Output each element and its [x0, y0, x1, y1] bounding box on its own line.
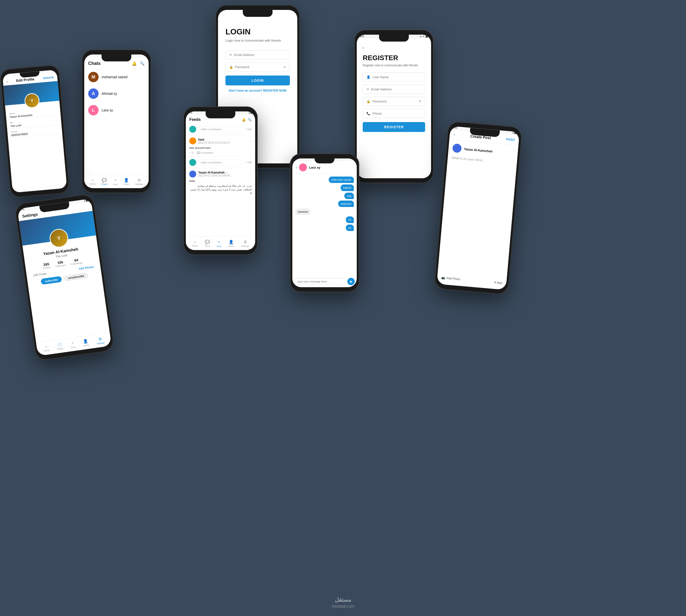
- nav-users[interactable]: 👤 Users: [228, 240, 234, 247]
- verified-badge: ✓: [226, 171, 228, 174]
- users-icon: 👤: [229, 240, 234, 244]
- write-comment-bar-2: write a comment... ♡ Like: [186, 157, 255, 168]
- register-now-link[interactable]: REGISTER NOW: [263, 89, 286, 92]
- back-arrow-icon[interactable]: ‹: [363, 46, 425, 50]
- tags-info: 8 tags: [494, 281, 503, 285]
- email-icon: ✉: [229, 53, 232, 57]
- post-text-hani: new account hani: [189, 146, 252, 150]
- more-icon[interactable]: ···: [249, 139, 252, 143]
- password-register-input[interactable]: [372, 100, 416, 103]
- nav-settings-label: Settings: [135, 183, 144, 185]
- email-field[interactable]: ✉: [226, 50, 290, 60]
- phone-conversation: ‹ Lara sy hello from yazan legend nsg we…: [290, 154, 359, 292]
- user-name-yazan: Yazan Al-Kamsheh: [198, 171, 225, 174]
- notch: [206, 111, 235, 118]
- chats-title: Chats: [88, 61, 101, 66]
- back-arrow-icon[interactable]: ‹: [296, 165, 297, 170]
- feeds-screen: 9:11 ▲⬛ Feeds 🔔 🔍 write a comment... ♡ L…: [186, 111, 255, 250]
- add-photo-button[interactable]: 📷 Add Photo: [441, 276, 460, 281]
- username-input[interactable]: [372, 75, 422, 79]
- chat-item-lara[interactable]: L Lara sy: [84, 102, 149, 118]
- register-link: Don't have an account? REGISTER NOW: [226, 89, 290, 92]
- nav-home[interactable]: ⌂ Home: [192, 240, 198, 247]
- comment-input-2[interactable]: write a comment...: [198, 159, 242, 166]
- nav-home-label: Home: [44, 349, 50, 352]
- send-button[interactable]: ▶: [347, 278, 355, 285]
- nav-users-label: Users: [123, 183, 129, 185]
- nav-home-label: Home: [90, 183, 95, 185]
- nav-settings[interactable]: ⚙ Settings: [135, 178, 144, 185]
- eye-icon[interactable]: 👁: [283, 65, 286, 69]
- nav-post[interactable]: ＋ Post: [70, 340, 76, 349]
- nav-chat-label: Chat: [205, 245, 210, 247]
- phone-settings: 9:11 ▲⬛ Settings Y Yazan Al-Kamsheh The …: [14, 193, 115, 361]
- nav-post[interactable]: ＋ Post: [217, 239, 221, 248]
- register-button[interactable]: REGISTER: [363, 122, 425, 132]
- back-arrow-icon[interactable]: ‹: [6, 80, 8, 84]
- password-input[interactable]: [235, 65, 281, 69]
- nav-home[interactable]: ⌂ Home: [90, 178, 95, 185]
- watermark-url: mostaql.com: [332, 604, 354, 609]
- username-field[interactable]: 👤: [363, 72, 425, 82]
- notch: [102, 54, 131, 61]
- email-input[interactable]: [234, 53, 286, 57]
- nav-home[interactable]: ⌂ Home: [43, 344, 50, 352]
- nav-settings[interactable]: ⚙ Settings: [241, 240, 249, 247]
- nav-feeds[interactable]: 📄 Feeds: [57, 342, 64, 350]
- update-button[interactable]: UPDATE: [43, 76, 54, 80]
- more-icon-2[interactable]: ···: [249, 172, 252, 176]
- nav-settings-label: Settings: [97, 341, 105, 345]
- posts-info: 100 Posts: [33, 271, 47, 277]
- search-icon[interactable]: 🔍: [248, 118, 252, 122]
- nav-post[interactable]: ＋ Post: [113, 177, 118, 186]
- post-button[interactable]: POST: [506, 137, 515, 141]
- like-button[interactable]: ♡ Like: [244, 128, 252, 131]
- chat-item-mohamad[interactable]: M mohamad saeed: [84, 69, 149, 85]
- comment-input[interactable]: write a comment...: [198, 126, 242, 132]
- login-title: LOGIN: [226, 27, 290, 37]
- phone-field[interactable]: 📞: [363, 109, 425, 118]
- password-register-field[interactable]: 🔒 👁: [363, 97, 425, 106]
- unsubscribe-button[interactable]: unsubscribe: [64, 272, 88, 282]
- avatar-ahmad: A: [88, 88, 99, 99]
- nav-chat[interactable]: 💬 Chat: [205, 240, 210, 247]
- add-photos-link[interactable]: Add Photos: [79, 265, 94, 270]
- search-icon[interactable]: 🔍: [140, 61, 145, 66]
- chat-icon: 💬: [205, 240, 210, 244]
- back-arrow-icon[interactable]: ‹: [454, 132, 455, 137]
- phone-input[interactable]: [372, 112, 422, 115]
- avatar-yazan: [189, 171, 196, 177]
- chat-item-ahmad[interactable]: A Ahmad sy: [84, 85, 149, 102]
- message-input[interactable]: [294, 278, 346, 285]
- like-button-2[interactable]: ♡ Like: [244, 161, 252, 164]
- login-button[interactable]: LOGIN: [226, 75, 290, 85]
- nav-chats[interactable]: 💬 Chats: [102, 178, 108, 185]
- bell-icon[interactable]: 🔔: [132, 61, 137, 66]
- feeds-title: Feeds: [189, 117, 201, 122]
- lock-icon: 🔒: [229, 65, 233, 69]
- password-field[interactable]: 🔒 👁: [226, 62, 290, 71]
- create-post-footer: 📷 Add Photo 8 tags: [441, 276, 502, 285]
- eye-icon[interactable]: 👁: [419, 100, 422, 103]
- likes-count[interactable]: ♡ 0: [189, 152, 193, 154]
- post-date-hani: 2022-07-06 02:23:32:510117: [198, 141, 230, 144]
- bell-icon[interactable]: 🔔: [242, 118, 246, 122]
- create-user-avatar: [452, 144, 462, 153]
- comments-count[interactable]: 💬 0 comment: [197, 152, 213, 154]
- nav-users[interactable]: 👤 Users: [123, 178, 129, 185]
- stat-followers: 10k Followers: [55, 260, 66, 268]
- email-register-input[interactable]: [371, 87, 422, 91]
- home-icon: ⌂: [193, 240, 196, 244]
- email-icon: ✉: [366, 87, 369, 91]
- email-register-field[interactable]: ✉: [363, 85, 425, 94]
- nav-settings[interactable]: ⚙ Settings: [96, 336, 105, 345]
- write-comment-bar: write a comment... ♡ Like: [186, 124, 255, 135]
- chats-bottom-nav: ⌂ Home 💬 Chats ＋ Post 👤 Users ⚙ Settings: [84, 175, 149, 188]
- message-6: no: [346, 216, 354, 223]
- post-text-hello: hello: [189, 179, 252, 183]
- register-subtitle: Register now to communicate with friends: [363, 63, 425, 68]
- subscribe-button[interactable]: subscribe: [41, 276, 62, 285]
- nav-users[interactable]: 👤 Users: [82, 338, 89, 347]
- message-3: nsg: [344, 193, 354, 199]
- post-user-info-yazan: Yazan Al-Kamsheh ✓ 2022-04-27 19:45:32:5…: [198, 171, 230, 177]
